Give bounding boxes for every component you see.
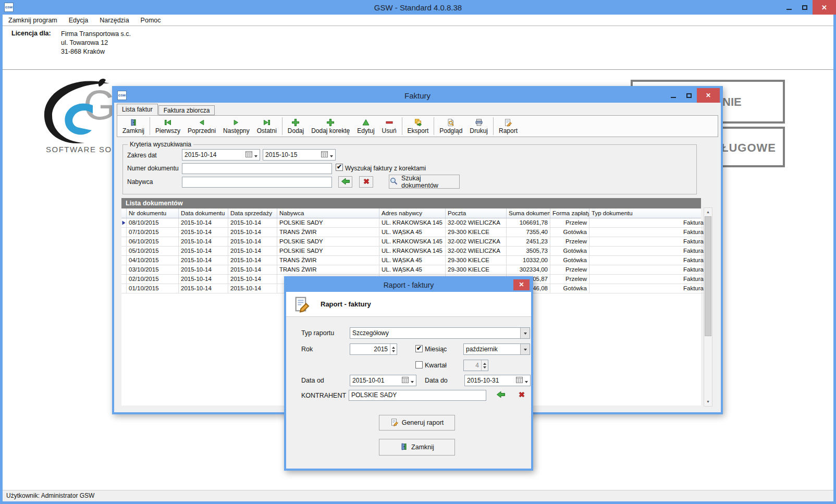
with-corrections-checkbox[interactable] bbox=[336, 164, 343, 171]
toolbar-button-9[interactable]: Eksport bbox=[404, 116, 433, 137]
toolbar-button-7[interactable]: Edytuj bbox=[353, 116, 378, 137]
spinner-arrows-icon[interactable] bbox=[481, 360, 488, 371]
dialog-date-from-label: Data od bbox=[301, 377, 324, 384]
column-header-5[interactable]: Poczta bbox=[446, 208, 507, 218]
column-header-7[interactable]: Forma zapłaty bbox=[550, 208, 589, 218]
table-row[interactable]: 07/10/20152015-10-142015-10-14TRANS ŻWIR… bbox=[121, 228, 701, 237]
column-header-0[interactable]: Nr dokumentu bbox=[127, 208, 179, 218]
date-to-field[interactable]: 2015-10-15 bbox=[263, 149, 336, 161]
table-row[interactable]: 06/10/20152015-10-142015-10-14POLSKIE SA… bbox=[121, 237, 701, 247]
report-dialog-header: Raport - faktury bbox=[286, 292, 531, 317]
chevron-down-icon[interactable] bbox=[525, 381, 528, 385]
toolbar-button-4[interactable]: Ostatni bbox=[253, 116, 280, 137]
chevron-down-icon[interactable] bbox=[254, 155, 257, 159]
contractor-value: POLSKIE SADY bbox=[351, 391, 397, 399]
close-icon[interactable]: ✕ bbox=[813, 0, 836, 15]
invoices-window-title: Faktury bbox=[114, 91, 721, 100]
toolbar-button-8[interactable]: Usuń bbox=[378, 116, 400, 137]
clear-contractor-button[interactable] bbox=[517, 390, 527, 400]
table-scrollbar[interactable]: ▲ ▼ bbox=[704, 207, 712, 407]
chevron-down-icon[interactable] bbox=[330, 155, 333, 159]
document-number-input[interactable] bbox=[182, 163, 332, 174]
chevron-down-icon[interactable] bbox=[520, 344, 530, 354]
invoices-maximize-icon[interactable] bbox=[681, 88, 697, 103]
toolbar-button-2[interactable]: Poprzedni bbox=[184, 116, 219, 137]
dialog-date-from-field[interactable]: 2015-10-01 bbox=[350, 375, 416, 386]
table-row[interactable]: 04/10/20152015-10-142015-10-14TRANS ŻWIR… bbox=[121, 256, 701, 265]
month-checkbox[interactable] bbox=[415, 345, 423, 352]
pick-buyer-button[interactable] bbox=[338, 176, 352, 188]
tab-1[interactable]: Faktura zbiorcza bbox=[158, 105, 215, 115]
scroll-up-icon[interactable]: ▲ bbox=[704, 208, 712, 216]
calendar-icon[interactable] bbox=[516, 377, 523, 385]
generate-report-button[interactable]: Generuj raport bbox=[379, 415, 455, 431]
tab-0[interactable]: Lista faktur bbox=[117, 104, 158, 115]
table-cell: 05/10/2015 bbox=[127, 247, 179, 256]
column-header-3[interactable]: Nabywca bbox=[277, 208, 379, 218]
table-cell: 2015-10-14 bbox=[228, 265, 277, 275]
toolbar-button-label: Pierwszy bbox=[155, 127, 180, 134]
column-header-1[interactable]: Data dokumentu bbox=[179, 208, 228, 218]
row-indicator bbox=[121, 284, 127, 293]
toolbar-button-3[interactable]: Następny bbox=[219, 116, 253, 137]
buyer-input[interactable] bbox=[182, 177, 332, 188]
quarter-checkbox[interactable] bbox=[415, 361, 423, 368]
minimize-icon[interactable] bbox=[781, 0, 797, 15]
toolbar-button-label: Eksport bbox=[408, 127, 429, 134]
chevron-down-icon[interactable] bbox=[411, 381, 414, 385]
toolbar-button-1[interactable]: Pierwszy bbox=[152, 116, 184, 137]
table-row[interactable]: 08/10/20152015-10-142015-10-14POLSKIE SA… bbox=[121, 218, 701, 228]
minus-icon bbox=[385, 118, 394, 127]
menu-item-0[interactable]: Zamknij program bbox=[3, 17, 63, 24]
calendar-icon[interactable] bbox=[321, 151, 328, 159]
date-from-field[interactable]: 2015-10-14 bbox=[182, 149, 260, 161]
spinner-arrows-icon[interactable] bbox=[390, 344, 397, 354]
calendar-icon[interactable] bbox=[402, 377, 409, 385]
license-lines: Firma Transportowa s.c.ul. Towarowa 1231… bbox=[61, 30, 131, 56]
year-stepper[interactable]: 2015 bbox=[350, 343, 397, 355]
report-dialog-titlebar: Raport - faktury ✕ bbox=[286, 278, 531, 292]
clear-buyer-button[interactable] bbox=[359, 176, 373, 188]
scroll-down-icon[interactable]: ▼ bbox=[704, 398, 712, 406]
invoices-close-icon[interactable]: ✕ bbox=[697, 88, 720, 103]
invoices-minimize-icon[interactable] bbox=[666, 88, 681, 103]
table-cell: 7355,40 bbox=[507, 228, 550, 237]
background-button-1-label: NIE bbox=[722, 95, 742, 109]
table-row[interactable]: 03/10/20152015-10-142015-10-14TRANS ŻWIR… bbox=[121, 265, 701, 275]
column-header-4[interactable]: Adres nabywcy bbox=[379, 208, 446, 218]
search-documents-button[interactable]: Szukaj dokumentów bbox=[389, 175, 460, 189]
toolbar-button-10[interactable]: Podgląd bbox=[436, 116, 466, 137]
month-select[interactable]: październik bbox=[463, 343, 530, 355]
table-cell: 08/10/2015 bbox=[127, 218, 179, 228]
dialog-close-button[interactable]: Zamknij bbox=[379, 439, 455, 456]
toolbar-button-label: Podgląd bbox=[439, 127, 462, 134]
column-header-8[interactable]: Typ dokumentu bbox=[589, 208, 706, 218]
quarter-stepper[interactable]: 4 bbox=[463, 360, 488, 371]
maximize-icon[interactable] bbox=[797, 0, 813, 15]
contractor-input[interactable]: POLSKIE SADY bbox=[349, 390, 486, 401]
invoices-titlebar: GSW Faktury ✕ bbox=[114, 88, 721, 103]
dialog-date-to-field[interactable]: 2015-10-31 bbox=[464, 375, 531, 386]
toolbar-button-0[interactable]: Zamknij bbox=[119, 116, 148, 137]
toolbar-button-12[interactable]: Raport bbox=[495, 116, 521, 137]
column-header-2[interactable]: Data sprzedaży bbox=[228, 208, 277, 218]
background-button-2-label: ŁUGOWE bbox=[721, 141, 776, 155]
table-cell: 03/10/2015 bbox=[127, 265, 179, 275]
dialog-close-icon[interactable]: ✕ bbox=[513, 279, 530, 290]
menu-item-1[interactable]: Edycja bbox=[63, 17, 94, 24]
row-indicator bbox=[121, 275, 127, 284]
menu-item-2[interactable]: Narzędzia bbox=[94, 17, 134, 24]
toolbar-button-11[interactable]: Drukuj bbox=[466, 116, 491, 137]
column-header-6[interactable]: Suma dokumentu bbox=[507, 208, 550, 218]
report-type-select[interactable]: Szczegółowy bbox=[350, 327, 530, 339]
toolbar-button-5[interactable]: Dodaj bbox=[284, 116, 308, 137]
table-row[interactable]: 05/10/20152015-10-142015-10-14POLSKIE SA… bbox=[121, 247, 701, 256]
pick-contractor-button[interactable] bbox=[496, 390, 506, 400]
toolbar-button-6[interactable]: Dodaj korektę bbox=[308, 116, 353, 137]
nav-first-icon bbox=[164, 118, 172, 127]
scrollbar-thumb[interactable] bbox=[705, 216, 711, 336]
menu-item-3[interactable]: Pomoc bbox=[135, 17, 167, 24]
chevron-down-icon[interactable] bbox=[520, 328, 530, 338]
toolbar-button-label: Dodaj bbox=[288, 127, 304, 134]
calendar-icon[interactable] bbox=[245, 151, 252, 159]
